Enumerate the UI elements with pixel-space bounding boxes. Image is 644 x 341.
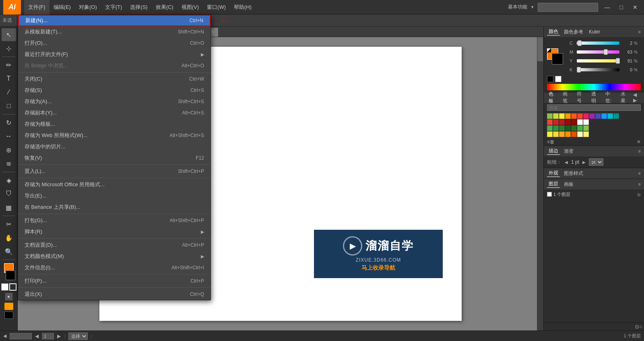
menu-new[interactable]: 新建(N)... Ctrl+N ← — [18, 15, 211, 26]
nav-next[interactable]: ▶ — [57, 333, 61, 339]
swatch-y4[interactable] — [565, 131, 571, 137]
menu-effect[interactable]: 效果(C) — [152, 0, 178, 15]
graph-tool-button[interactable]: ▦ — [2, 201, 16, 214]
menu-save[interactable]: 存储(S) Ctrl+S — [18, 85, 211, 96]
scale-tool-button[interactable]: ⊛ — [2, 143, 16, 156]
zoom-input[interactable]: 223.67 — [10, 333, 32, 339]
nav-prev[interactable]: ◀ — [35, 333, 39, 339]
swatch-cyan1[interactable] — [607, 113, 613, 119]
swatch-indigo1[interactable] — [595, 113, 601, 119]
swatch-right-arrow[interactable]: ▶ — [633, 98, 637, 103]
rect-tool-button[interactable]: □ — [2, 100, 16, 112]
menu-save-slices[interactable]: 存储选中的切片... — [18, 141, 211, 152]
menu-object[interactable]: 对象(O) — [75, 0, 101, 15]
background-color[interactable] — [6, 270, 15, 280]
normal-draw-icon[interactable]: ■ — [5, 293, 12, 300]
menu-print[interactable]: 打印(P)... Ctrl+P — [18, 275, 211, 287]
swatch-yellow1[interactable] — [559, 113, 565, 119]
mid-tab[interactable]: 中世: — [604, 91, 617, 104]
status-info-dropdown[interactable]: 选择 — [68, 333, 88, 340]
panel-scroll-down[interactable]: ○ — [639, 324, 642, 330]
swatch-lime1[interactable] — [553, 113, 559, 119]
appearance-tab[interactable]: 外观 — [547, 170, 560, 177]
swatch-green1[interactable] — [547, 113, 553, 119]
symbol-tool-button[interactable]: ⛉ — [2, 187, 16, 200]
color-spectrum[interactable] — [547, 84, 641, 90]
layer-visibility-icon[interactable] — [547, 192, 552, 197]
artboards-tab[interactable]: 画板 — [562, 181, 575, 188]
stroke-tab[interactable]: 描边 — [547, 148, 560, 155]
menu-place[interactable]: 置入(L)... Shift+Ctrl+P — [18, 166, 211, 177]
scissors-tool-button[interactable]: ✂ — [2, 218, 16, 231]
stroke-unit-dropdown[interactable]: pt — [589, 158, 603, 166]
menu-save-template[interactable]: 存储为模板... — [18, 119, 211, 130]
menu-new-from-template[interactable]: 从模板新建(T)... Shift+Ctrl+N — [18, 26, 211, 37]
swatch-blue1[interactable] — [601, 113, 607, 119]
swatch-white[interactable] — [577, 119, 583, 125]
graphic-styles-tab[interactable]: 图形样式 — [562, 170, 585, 177]
selection-tool-button[interactable]: ↖ — [2, 28, 16, 41]
fruit-tab[interactable]: 水果 — [619, 91, 631, 104]
color-ref-tab[interactable]: 颜色参考 — [562, 29, 585, 35]
c-thumb[interactable] — [578, 40, 582, 46]
menu-file[interactable]: 文件(F) — [24, 0, 50, 15]
workspace-dropdown-icon[interactable]: ▼ — [530, 5, 535, 9]
workspace-label[interactable]: 基本功能 — [508, 4, 527, 10]
hand-tool-button[interactable]: ✋ — [2, 231, 16, 244]
menu-scripts[interactable]: 脚本(R) ▶ — [18, 226, 211, 237]
swatch-y6[interactable] — [577, 131, 583, 137]
stroke-stepper-up[interactable]: ▶ — [582, 160, 586, 164]
warp-tool-button[interactable]: ≋ — [2, 157, 16, 170]
menu-revert[interactable]: 恢复(V) F12 — [18, 152, 211, 164]
k-track[interactable] — [577, 68, 619, 71]
menu-export[interactable]: 导出(E)... — [18, 190, 211, 202]
swatch-y3[interactable] — [559, 131, 565, 137]
bg-color-box[interactable] — [552, 53, 563, 64]
symbol-tab[interactable]: 符号 — [575, 91, 587, 104]
menu-behance[interactable]: 在 Behance 上共享(B)... — [18, 202, 211, 213]
menu-open[interactable]: 打开(O)... Ctrl+O — [18, 37, 211, 49]
layer-target-icon[interactable]: ◎ — [637, 192, 641, 197]
page-input[interactable] — [42, 333, 54, 339]
menu-save-copy[interactable]: 存储副本(Y)... Alt+Ctrl+S — [18, 107, 211, 119]
menu-quit[interactable]: 退出(X) Ctrl+Q — [18, 289, 211, 300]
swatch-left-arrow[interactable]: ◀ — [633, 92, 637, 98]
swatch-red1[interactable] — [571, 113, 577, 119]
swatch-list-icon[interactable]: ≡ — [547, 139, 550, 145]
swatch-y5[interactable] — [571, 131, 577, 137]
m-track[interactable] — [577, 50, 619, 54]
swatch-g3[interactable] — [559, 125, 565, 131]
tab-2-close[interactable]: ✕ — [211, 28, 214, 37]
swatch-y1[interactable] — [547, 131, 553, 137]
kuler-tab[interactable]: Kuler — [587, 29, 602, 35]
swatch-g7[interactable] — [583, 125, 589, 131]
freetransform-tool-button[interactable]: ◈ — [2, 174, 16, 187]
swatch-y2[interactable] — [553, 131, 559, 137]
swatch-g2[interactable] — [553, 125, 559, 131]
swatch-pink1[interactable] — [583, 113, 589, 119]
menu-text[interactable]: 文字(T) — [101, 0, 126, 15]
swatch-g4[interactable] — [565, 125, 571, 131]
line-tool-button[interactable]: ∕ — [2, 86, 16, 99]
rotate-tool-button[interactable]: ↻ — [2, 116, 16, 129]
opacity-tab[interactable]: 透明 — [590, 91, 601, 104]
v-scrollbar-thumb[interactable] — [537, 37, 543, 61]
swatch-delete-icon[interactable]: 🗑 — [550, 139, 555, 145]
menu-select[interactable]: 选择(S) — [126, 0, 151, 15]
swatch-r1[interactable] — [547, 119, 553, 125]
swatch-purple1[interactable] — [589, 113, 595, 119]
menu-window[interactable]: 窗口(W) — [203, 0, 230, 15]
swatch-close-icon[interactable]: ✕ — [637, 139, 641, 145]
menu-recent[interactable]: 最近打开的文件(F) ▶ — [18, 49, 211, 60]
swatch-white2[interactable] — [583, 119, 589, 125]
screen-mode-icon[interactable] — [4, 303, 13, 310]
reset-color-icon[interactable] — [547, 48, 551, 52]
swatch-teal1[interactable] — [613, 113, 619, 119]
layers-tab[interactable]: 图层 — [547, 181, 560, 188]
m-thumb[interactable] — [604, 49, 608, 55]
swatch-g5[interactable] — [571, 125, 577, 131]
swatch-red2[interactable] — [577, 113, 583, 119]
maximize-button[interactable]: □ — [617, 4, 626, 10]
zoom-tool-button[interactable]: 🔍 — [2, 245, 16, 258]
swatch-tab[interactable]: 色板 — [547, 91, 559, 105]
